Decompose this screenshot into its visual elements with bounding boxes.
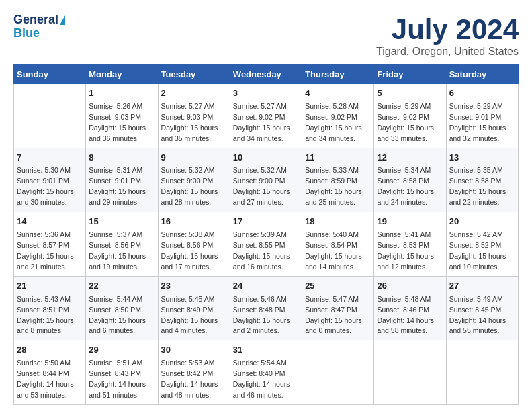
calendar-header: SundayMondayTuesdayWednesdayThursdayFrid… xyxy=(14,65,519,84)
day-number: 24 xyxy=(233,280,299,293)
calendar-cell: 15Sunrise: 5:37 AM Sunset: 8:56 PM Dayli… xyxy=(86,212,158,277)
day-info: Sunrise: 5:30 AM Sunset: 9:01 PM Dayligh… xyxy=(17,166,74,206)
day-number: 10 xyxy=(233,152,299,165)
day-info: Sunrise: 5:26 AM Sunset: 9:03 PM Dayligh… xyxy=(89,102,146,142)
calendar-cell: 7Sunrise: 5:30 AM Sunset: 9:01 PM Daylig… xyxy=(14,148,86,212)
day-number: 3 xyxy=(233,87,299,100)
calendar-subtitle: Tigard, Oregon, United States xyxy=(376,46,519,58)
calendar-cell: 11Sunrise: 5:33 AM Sunset: 8:59 PM Dayli… xyxy=(302,148,374,212)
calendar-cell: 24Sunrise: 5:46 AM Sunset: 8:48 PM Dayli… xyxy=(230,276,302,340)
logo: General Blue xyxy=(13,13,65,40)
day-info: Sunrise: 5:37 AM Sunset: 8:56 PM Dayligh… xyxy=(89,230,146,271)
calendar-cell: 1Sunrise: 5:26 AM Sunset: 9:03 PM Daylig… xyxy=(86,84,158,148)
day-number: 27 xyxy=(449,280,515,293)
calendar-cell: 10Sunrise: 5:32 AM Sunset: 9:00 PM Dayli… xyxy=(230,148,302,212)
calendar-cell: 28Sunrise: 5:50 AM Sunset: 8:44 PM Dayli… xyxy=(14,340,86,405)
calendar-cell: 23Sunrise: 5:45 AM Sunset: 8:49 PM Dayli… xyxy=(158,276,230,340)
day-info: Sunrise: 5:44 AM Sunset: 8:50 PM Dayligh… xyxy=(89,295,146,335)
day-info: Sunrise: 5:31 AM Sunset: 9:01 PM Dayligh… xyxy=(89,166,146,206)
calendar-cell: 17Sunrise: 5:39 AM Sunset: 8:55 PM Dayli… xyxy=(230,212,302,277)
calendar-week-row: 7Sunrise: 5:30 AM Sunset: 9:01 PM Daylig… xyxy=(14,148,519,212)
day-info: Sunrise: 5:54 AM Sunset: 8:40 PM Dayligh… xyxy=(233,359,290,399)
calendar-cell: 9Sunrise: 5:32 AM Sunset: 9:00 PM Daylig… xyxy=(158,148,230,212)
calendar-table: SundayMondayTuesdayWednesdayThursdayFrid… xyxy=(13,64,519,405)
day-number: 21 xyxy=(17,280,83,293)
day-info: Sunrise: 5:41 AM Sunset: 8:53 PM Dayligh… xyxy=(377,230,434,271)
weekday-header: Wednesday xyxy=(230,65,302,84)
day-number: 19 xyxy=(377,216,443,228)
calendar-cell: 20Sunrise: 5:42 AM Sunset: 8:52 PM Dayli… xyxy=(446,212,518,277)
day-info: Sunrise: 5:46 AM Sunset: 8:48 PM Dayligh… xyxy=(233,295,290,335)
logo-triangle-icon xyxy=(60,15,65,25)
weekday-header: Friday xyxy=(374,65,446,84)
calendar-cell: 25Sunrise: 5:47 AM Sunset: 8:47 PM Dayli… xyxy=(302,276,374,340)
calendar-cell: 31Sunrise: 5:54 AM Sunset: 8:40 PM Dayli… xyxy=(230,340,302,405)
day-info: Sunrise: 5:40 AM Sunset: 8:54 PM Dayligh… xyxy=(305,230,362,271)
day-number: 18 xyxy=(305,216,371,228)
day-info: Sunrise: 5:50 AM Sunset: 8:44 PM Dayligh… xyxy=(17,359,74,399)
calendar-cell xyxy=(446,340,518,405)
day-number: 23 xyxy=(161,280,227,293)
day-number: 13 xyxy=(449,152,515,165)
page-header: General Blue July 2024 Tigard, Oregon, U… xyxy=(13,13,519,58)
day-info: Sunrise: 5:32 AM Sunset: 9:00 PM Dayligh… xyxy=(161,166,218,206)
day-info: Sunrise: 5:47 AM Sunset: 8:47 PM Dayligh… xyxy=(305,295,362,335)
day-number: 2 xyxy=(161,87,227,100)
day-info: Sunrise: 5:28 AM Sunset: 9:02 PM Dayligh… xyxy=(305,102,362,142)
day-number: 29 xyxy=(89,344,154,357)
weekday-header: Monday xyxy=(86,65,158,84)
day-info: Sunrise: 5:36 AM Sunset: 8:57 PM Dayligh… xyxy=(17,230,74,271)
day-info: Sunrise: 5:39 AM Sunset: 8:55 PM Dayligh… xyxy=(233,230,290,271)
weekday-header: Sunday xyxy=(14,65,86,84)
day-number: 14 xyxy=(17,216,83,228)
day-number: 26 xyxy=(377,280,443,293)
calendar-cell: 13Sunrise: 5:35 AM Sunset: 8:58 PM Dayli… xyxy=(446,148,518,212)
day-number: 17 xyxy=(233,216,299,228)
calendar-week-row: 14Sunrise: 5:36 AM Sunset: 8:57 PM Dayli… xyxy=(14,212,519,277)
calendar-week-row: 21Sunrise: 5:43 AM Sunset: 8:51 PM Dayli… xyxy=(14,276,519,340)
day-info: Sunrise: 5:27 AM Sunset: 9:03 PM Dayligh… xyxy=(161,102,218,142)
day-info: Sunrise: 5:34 AM Sunset: 8:58 PM Dayligh… xyxy=(377,166,434,206)
calendar-week-row: 1Sunrise: 5:26 AM Sunset: 9:03 PM Daylig… xyxy=(14,84,519,148)
calendar-cell: 30Sunrise: 5:53 AM Sunset: 8:42 PM Dayli… xyxy=(158,340,230,405)
day-number: 28 xyxy=(17,344,83,357)
calendar-cell: 29Sunrise: 5:51 AM Sunset: 8:43 PM Dayli… xyxy=(86,340,158,405)
day-number: 5 xyxy=(377,87,443,100)
calendar-body: 1Sunrise: 5:26 AM Sunset: 9:03 PM Daylig… xyxy=(14,84,519,405)
day-number: 25 xyxy=(305,280,371,293)
day-number: 7 xyxy=(17,152,83,165)
day-number: 12 xyxy=(377,152,443,165)
day-info: Sunrise: 5:32 AM Sunset: 9:00 PM Dayligh… xyxy=(233,166,290,206)
day-info: Sunrise: 5:45 AM Sunset: 8:49 PM Dayligh… xyxy=(161,295,218,335)
calendar-cell: 14Sunrise: 5:36 AM Sunset: 8:57 PM Dayli… xyxy=(14,212,86,277)
day-number: 4 xyxy=(305,87,371,100)
day-number: 6 xyxy=(449,87,515,100)
day-number: 1 xyxy=(89,87,154,100)
logo-text-blue: Blue xyxy=(13,27,40,40)
calendar-cell: 21Sunrise: 5:43 AM Sunset: 8:51 PM Dayli… xyxy=(14,276,86,340)
calendar-cell: 22Sunrise: 5:44 AM Sunset: 8:50 PM Dayli… xyxy=(86,276,158,340)
calendar-cell: 16Sunrise: 5:38 AM Sunset: 8:56 PM Dayli… xyxy=(158,212,230,277)
calendar-cell xyxy=(14,84,86,148)
calendar-cell: 26Sunrise: 5:48 AM Sunset: 8:46 PM Dayli… xyxy=(374,276,446,340)
day-number: 15 xyxy=(89,216,154,228)
day-info: Sunrise: 5:53 AM Sunset: 8:42 PM Dayligh… xyxy=(161,359,218,399)
weekday-header-row: SundayMondayTuesdayWednesdayThursdayFrid… xyxy=(14,65,519,84)
calendar-cell xyxy=(374,340,446,405)
day-info: Sunrise: 5:42 AM Sunset: 8:52 PM Dayligh… xyxy=(449,230,506,271)
day-number: 8 xyxy=(89,152,154,165)
calendar-cell: 8Sunrise: 5:31 AM Sunset: 9:01 PM Daylig… xyxy=(86,148,158,212)
day-info: Sunrise: 5:38 AM Sunset: 8:56 PM Dayligh… xyxy=(161,230,218,271)
calendar-cell: 6Sunrise: 5:29 AM Sunset: 9:01 PM Daylig… xyxy=(446,84,518,148)
weekday-header: Tuesday xyxy=(158,65,230,84)
day-number: 30 xyxy=(161,344,227,357)
weekday-header: Thursday xyxy=(302,65,374,84)
calendar-cell: 2Sunrise: 5:27 AM Sunset: 9:03 PM Daylig… xyxy=(158,84,230,148)
day-number: 22 xyxy=(89,280,154,293)
day-number: 9 xyxy=(161,152,227,165)
calendar-title: July 2024 xyxy=(376,13,519,46)
day-info: Sunrise: 5:48 AM Sunset: 8:46 PM Dayligh… xyxy=(377,295,434,335)
day-info: Sunrise: 5:35 AM Sunset: 8:58 PM Dayligh… xyxy=(449,166,506,206)
calendar-cell: 3Sunrise: 5:27 AM Sunset: 9:02 PM Daylig… xyxy=(230,84,302,148)
day-info: Sunrise: 5:33 AM Sunset: 8:59 PM Dayligh… xyxy=(305,166,362,206)
